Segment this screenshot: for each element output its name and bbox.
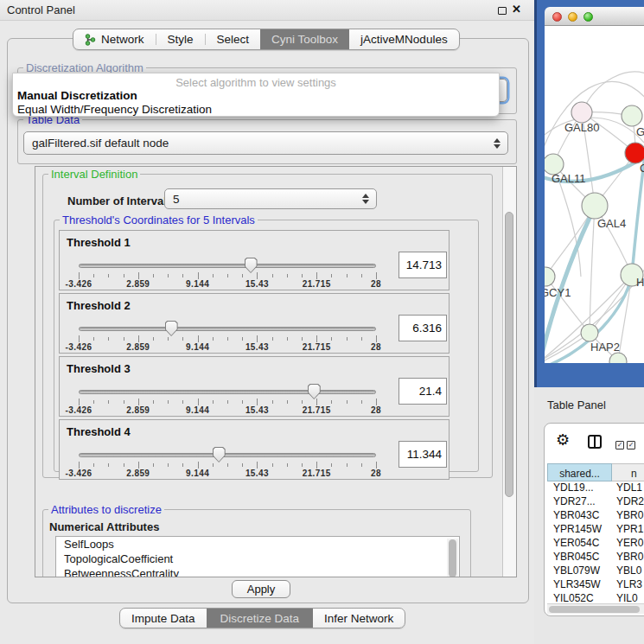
slider-track[interactable] <box>79 327 376 331</box>
network-window-titlebar[interactable] <box>545 7 644 26</box>
slider-ticks <box>79 335 376 342</box>
threshold-label: Threshold 3 <box>67 362 131 375</box>
tab-label: Network <box>101 33 144 46</box>
table-row[interactable]: YER054CYER0 <box>547 537 644 551</box>
network-node[interactable] <box>581 324 598 341</box>
apply-button[interactable]: Apply <box>232 580 290 598</box>
list-item[interactable]: SelfLoops <box>56 537 459 552</box>
table-header: shared... n <box>547 463 644 481</box>
threshold-label: Threshold 4 <box>67 425 131 438</box>
network-node[interactable] <box>622 105 642 126</box>
threshold-slider[interactable] <box>79 321 376 336</box>
attributes-group: Attributes to discretize Numerical Attri… <box>42 509 471 577</box>
network-node-label: GCY1 <box>545 286 571 299</box>
gear-icon[interactable]: ⚙ <box>556 432 570 448</box>
table-row[interactable]: YDR27...YDR2 <box>547 495 644 509</box>
threshold-value-field[interactable]: 21.4 <box>399 378 447 405</box>
close-icon[interactable]: ✕ <box>512 3 521 16</box>
table-data-combo[interactable]: galFiltered.sif default node <box>23 131 508 155</box>
slider-track[interactable] <box>79 264 376 268</box>
table-row[interactable]: YDL19...YDL1 <box>547 481 644 495</box>
list-item[interactable]: TopologicalCoefficient <box>56 552 459 566</box>
zoom-traffic-light[interactable] <box>583 12 593 22</box>
interval-definition-group: Interval Definition Number of Intervals … <box>42 174 493 478</box>
network-canvas[interactable]: GAL80GACGAL11GAL4GCY1HHAP2 <box>545 26 644 363</box>
algorithm-settings-pane: Interval Definition Number of Intervals … <box>35 166 517 577</box>
threshold-2-panel: Threshold 2 -3.4262.8599.14415.4321.7152… <box>59 293 450 354</box>
control-panel-titlebar: Control Panel ✕ <box>0 0 534 21</box>
attributes-scrollbar[interactable] <box>447 539 458 577</box>
threshold-slider[interactable] <box>79 447 376 462</box>
panel-title: Control Panel <box>7 3 75 16</box>
numerical-attributes-list[interactable]: SelfLoopsTopologicalCoefficientBetweenne… <box>55 536 460 577</box>
network-node[interactable] <box>545 267 555 286</box>
tab-select[interactable]: Select <box>206 29 261 49</box>
num-intervals-combo[interactable]: 5 <box>164 188 377 209</box>
checkbox-icon[interactable]: ✓ <box>615 441 624 450</box>
numerical-attributes-label: Numerical Attributes <box>49 520 159 533</box>
network-node-label: GA <box>636 125 644 138</box>
tab-discretize-data[interactable]: Discretize Data <box>207 609 314 628</box>
table-row[interactable]: YBL079WYBL0 <box>547 564 644 578</box>
tab-infer-network[interactable]: Infer Network <box>313 609 405 628</box>
network-node[interactable] <box>582 193 608 219</box>
threshold-value-field[interactable]: 6.316 <box>399 315 447 341</box>
dropdown-item-equal-width[interactable]: Equal Width/Frequency Discretization <box>17 103 212 116</box>
slider-scale-labels: -3.4262.8599.14415.4321.71528 <box>79 405 376 415</box>
threshold-value-field[interactable]: 14.713 <box>399 252 447 278</box>
table-row[interactable]: YBR045CYBR0 <box>547 551 644 564</box>
slider-ticks <box>79 462 376 469</box>
threshold-value-field[interactable]: 11.344 <box>399 441 447 468</box>
list-item[interactable]: BetweennessCentrality <box>56 566 459 577</box>
float-window-icon[interactable] <box>498 7 507 15</box>
tab-network[interactable]: Network <box>73 29 156 49</box>
checkbox-icon[interactable]: ✓ <box>627 441 635 450</box>
table-horizontal-scrollbar[interactable] <box>547 603 644 614</box>
tab-impute-data[interactable]: Impute Data <box>120 609 207 628</box>
interval-definition-label: Interval Definition <box>48 168 140 181</box>
network-node[interactable] <box>609 353 627 363</box>
threshold-4-panel: Threshold 4 -3.4262.8599.14415.4321.7152… <box>59 419 450 480</box>
column-header-name[interactable]: n <box>612 463 644 481</box>
slider-track[interactable] <box>79 390 376 394</box>
slider-ticks <box>79 272 376 279</box>
scrollbar-thumb[interactable] <box>505 212 513 497</box>
scrollbar-thumb[interactable] <box>549 606 640 613</box>
minimize-traffic-light[interactable] <box>568 12 577 22</box>
slider-thumb[interactable] <box>245 258 258 273</box>
network-node-label: GAL4 <box>597 217 626 230</box>
network-node[interactable] <box>625 143 644 163</box>
tab-jactivemnodules[interactable]: jActiveMNodules <box>349 29 459 49</box>
threshold-slider[interactable] <box>79 258 376 273</box>
slider-thumb[interactable] <box>213 447 226 462</box>
column-header-shared-name[interactable]: shared... <box>547 463 612 481</box>
table-row[interactable]: YLR345WYLR3 <box>547 578 644 592</box>
tab-style[interactable]: Style <box>156 29 205 49</box>
table-row[interactable]: YPR145WYPR1 <box>547 523 644 537</box>
network-node-label: GAL11 <box>552 172 586 185</box>
combo-arrows-icon <box>362 194 369 204</box>
num-intervals-label: Number of Intervals <box>67 194 173 207</box>
slider-scale-labels: -3.4262.8599.14415.4321.71528 <box>79 342 376 352</box>
network-node[interactable] <box>571 102 592 123</box>
tab-cyni-toolbox[interactable]: Cyni Toolbox <box>260 29 349 49</box>
thresholds-group-label: Threshold's Coordinates for 5 Intervals <box>60 214 258 226</box>
slider-thumb[interactable] <box>165 321 178 336</box>
table-rows: YDL19...YDL1YDR27...YDR2YBR043CYBR0YPR14… <box>547 481 644 603</box>
attributes-group-label: Attributes to discretize <box>48 503 164 516</box>
slider-scale-labels: -3.4262.8599.14415.4321.71528 <box>79 469 376 478</box>
table-row[interactable]: YIL052CYIL0 <box>547 592 644 603</box>
slider-thumb[interactable] <box>308 384 321 399</box>
threshold-1-panel: Threshold 1 -3.4262.8599.14415.4321.7152… <box>59 230 450 290</box>
dropdown-item-manual-discretization[interactable]: Manual Discretization <box>17 89 137 102</box>
combo-arrows-icon <box>494 138 501 149</box>
top-tab-bar: Network Style Select Cyni Toolbox jActiv… <box>73 29 460 50</box>
table-data-combo-value: galFiltered.sif default node <box>32 137 169 150</box>
threshold-3-panel: Threshold 3 -3.4262.8599.14415.4321.7152… <box>59 356 450 417</box>
settings-scrollbar[interactable] <box>502 167 516 577</box>
close-traffic-light[interactable] <box>552 12 562 22</box>
threshold-slider[interactable] <box>79 384 376 399</box>
slider-track[interactable] <box>79 453 376 457</box>
table-row[interactable]: YBR043CYBR0 <box>547 509 644 523</box>
column-layout-icon[interactable] <box>588 435 602 449</box>
